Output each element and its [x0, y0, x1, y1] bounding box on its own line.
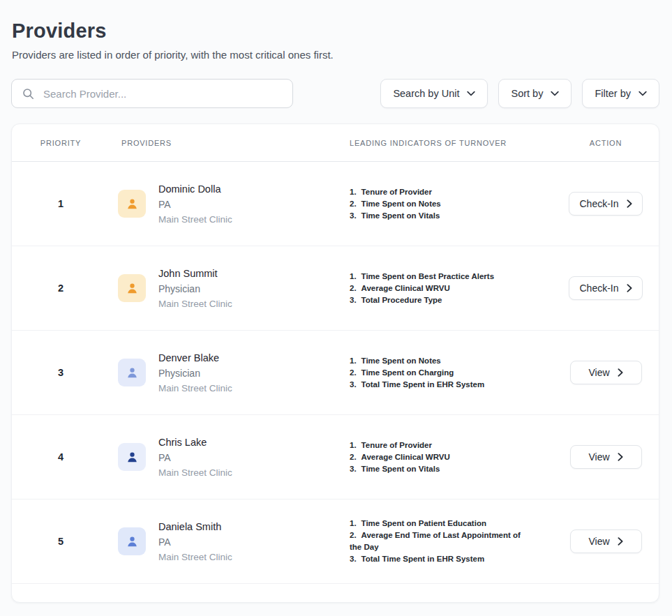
indicator-text: Time Spent on Vitals	[361, 465, 440, 473]
avatar	[118, 359, 146, 386]
indicator-number: 1.	[350, 356, 357, 365]
filter-by-dropdown[interactable]: Filter by	[582, 79, 659, 108]
row-action-button[interactable]: View	[570, 361, 642, 384]
action-cell: View	[553, 529, 659, 553]
action-cell: Check-In	[553, 192, 659, 216]
search-input[interactable]	[42, 87, 282, 100]
indicator-item: 2.Average Clinical WRVU	[350, 283, 529, 294]
sort-by-dropdown[interactable]: Sort by	[498, 79, 572, 108]
indicator-number: 3.	[350, 211, 357, 220]
person-icon	[125, 281, 140, 296]
indicator-number: 3.	[350, 555, 357, 563]
avatar	[118, 274, 146, 302]
dropdown-label: Search by Unit	[393, 88, 459, 99]
provider-cell: John Summit Physician Main Street Clinic	[110, 268, 350, 309]
indicator-text: Average Clinical WRVU	[361, 453, 450, 461]
avatar	[118, 190, 146, 218]
provider-cell: Daniela Smith PA Main Street Clinic	[110, 521, 350, 562]
search-icon	[22, 88, 34, 100]
chevron-right-icon	[627, 284, 632, 292]
provider-role: Physician	[158, 368, 232, 379]
person-icon	[125, 197, 140, 211]
column-header-indicators: LEADING INDICATORS OF TURNOVER	[350, 139, 553, 147]
table-row: 1 Dominic Dolla PA Main Street Clinic 1.…	[12, 162, 659, 246]
avatar	[118, 443, 146, 471]
row-action-button[interactable]: View	[570, 529, 642, 553]
indicator-number: 3.	[350, 465, 357, 473]
column-header-providers: PROVIDERS	[110, 139, 350, 147]
indicator-text: Time Spent on Vitals	[361, 211, 440, 220]
dropdown-label: Sort by	[511, 88, 543, 99]
indicator-list: 1.Tenure of Provider2.Average Clinical W…	[350, 440, 553, 475]
indicator-item: 1.Tenure of Provider	[350, 440, 529, 451]
chevron-right-icon	[627, 200, 632, 208]
indicator-item: 2.Average End Time of Last Appointment o…	[350, 529, 529, 553]
search-box[interactable]	[11, 79, 293, 108]
indicator-number: 2.	[350, 368, 357, 377]
person-icon	[125, 450, 140, 465]
table-row: 4 Chris Lake PA Main Street Clinic 1.Ten…	[12, 415, 659, 499]
page-subtitle: Providers are listed in order of priorit…	[12, 49, 659, 61]
indicator-item: 2.Average Clinical WRVU	[350, 451, 529, 463]
provider-clinic: Main Street Clinic	[158, 467, 232, 478]
provider-cell: Dominic Dolla PA Main Street Clinic	[110, 183, 350, 225]
indicator-text: Time Spent on Charging	[361, 368, 454, 377]
provider-name: Dominic Dolla	[158, 183, 232, 195]
indicator-text: Total Time Spent in EHR System	[361, 380, 485, 389]
priority-value: 2	[12, 283, 110, 294]
priority-value: 1	[12, 198, 110, 209]
indicator-item: 1.Tenure of Provider	[350, 186, 529, 198]
provider-info: Denver Blake Physician Main Street Clini…	[158, 352, 232, 393]
indicator-text: Time Spent on Patient Education	[361, 519, 486, 527]
indicator-number: 2.	[350, 453, 357, 461]
indicator-list: 1.Time Spent on Patient Education2.Avera…	[350, 518, 553, 565]
provider-role: PA	[158, 536, 232, 548]
indicator-list: 1.Tenure of Provider2.Time Spent on Note…	[350, 186, 553, 222]
indicator-text: Average End Time of Last Appointment of …	[350, 531, 521, 551]
chevron-down-icon	[467, 91, 475, 96]
provider-info: Daniela Smith PA Main Street Clinic	[158, 521, 232, 562]
indicator-number: 2.	[350, 284, 357, 292]
provider-cell: Chris Lake PA Main Street Clinic	[110, 437, 350, 478]
toolbar: Search by Unit Sort by Filter by	[11, 79, 659, 108]
provider-clinic: Main Street Clinic	[158, 383, 232, 393]
row-action-button[interactable]: View	[570, 445, 642, 469]
row-action-button[interactable]: Check-In	[569, 192, 642, 216]
indicator-number: 1.	[350, 519, 357, 527]
provider-role: Physician	[158, 283, 232, 294]
indicator-list: 1.Time Spent on Notes2.Time Spent on Cha…	[350, 355, 553, 391]
priority-value: 4	[12, 451, 110, 463]
table-row: 5 Daniela Smith PA Main Street Clinic 1.…	[12, 499, 659, 584]
priority-value: 3	[12, 367, 110, 378]
providers-table: PRIORITY PROVIDERS LEADING INDICATORS OF…	[11, 123, 659, 603]
provider-role: PA	[158, 452, 232, 463]
provider-clinic: Main Street Clinic	[158, 299, 232, 309]
column-header-priority: PRIORITY	[12, 139, 110, 147]
chevron-down-icon	[639, 91, 647, 96]
indicator-item: 1.Time Spent on Patient Education	[350, 518, 529, 529]
provider-role: PA	[158, 199, 232, 210]
indicator-item: 2.Time Spent on Charging	[350, 367, 529, 379]
action-cell: View	[553, 445, 659, 469]
page-header: Providers Providers are listed in order …	[0, 0, 672, 61]
indicator-text: Average Clinical WRVU	[361, 284, 450, 292]
person-icon	[125, 366, 140, 380]
indicator-text: Total Time Spent in EHR System	[361, 555, 485, 563]
row-action-button[interactable]: Check-In	[569, 276, 642, 300]
indicator-item: 1.Time Spent on Best Practice Alerts	[350, 271, 529, 283]
search-by-unit-dropdown[interactable]: Search by Unit	[380, 79, 488, 108]
indicator-item: 3.Total Time Spent in EHR System	[350, 379, 529, 391]
action-cell: Check-In	[553, 276, 659, 300]
provider-name: John Summit	[158, 268, 232, 279]
dropdown-label: Filter by	[595, 88, 631, 99]
indicator-number: 3.	[350, 380, 357, 389]
column-header-action: ACTION	[553, 139, 659, 147]
indicator-list: 1.Time Spent on Best Practice Alerts2.Av…	[350, 271, 553, 306]
provider-cell: Denver Blake Physician Main Street Clini…	[110, 352, 350, 393]
indicator-number: 1.	[350, 272, 357, 280]
indicator-number: 1.	[350, 188, 357, 196]
provider-name: Daniela Smith	[158, 521, 232, 532]
provider-info: Chris Lake PA Main Street Clinic	[158, 437, 232, 478]
indicator-text: Time Spent on Notes	[361, 200, 441, 208]
indicator-text: Total Procedure Type	[361, 296, 442, 304]
